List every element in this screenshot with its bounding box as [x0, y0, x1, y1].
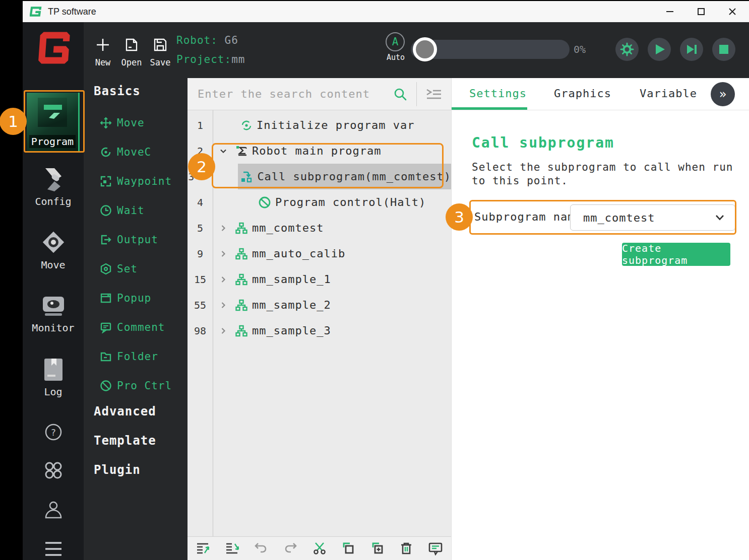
tree-row-program-control[interactable]: 4 Program control(Halt) — [188, 189, 451, 215]
collapse-tree-button[interactable] — [417, 78, 451, 110]
minimize-icon[interactable] — [654, 1, 685, 22]
section-template[interactable]: Template — [94, 434, 156, 448]
close-icon[interactable] — [717, 1, 748, 22]
menu-item-comment[interactable]: Comment — [100, 313, 165, 342]
line-number: 2 — [188, 138, 213, 164]
section-basics[interactable]: Basics — [94, 84, 141, 98]
paste-icon[interactable] — [370, 541, 385, 555]
movec-icon — [100, 146, 112, 158]
tree-row-main-program[interactable]: 2 Robot main program — [188, 138, 451, 164]
line-number: 3 — [188, 164, 195, 189]
line-number: 55 — [188, 292, 213, 318]
section-plugin[interactable]: Plugin — [94, 463, 141, 477]
sidebar-item-program[interactable]: Program — [27, 93, 80, 152]
menu-item-wait[interactable]: Wait — [100, 196, 145, 225]
brand-logo-icon — [23, 29, 84, 66]
menu-item-movec[interactable]: MoveC — [100, 137, 151, 167]
title-bar: TP software — [23, 1, 749, 23]
undo-icon[interactable] — [254, 541, 269, 555]
tree-row-call-subprogram[interactable]: 3 — [188, 164, 451, 189]
menu-item-label: Comment — [117, 321, 165, 333]
tab-variable[interactable]: Variable — [640, 87, 697, 100]
set-icon — [100, 263, 112, 275]
line-number: 98 — [188, 318, 213, 343]
chevron-right-icon[interactable] — [219, 327, 228, 335]
delete-icon[interactable] — [399, 541, 414, 555]
help-icon[interactable]: ? — [23, 422, 84, 442]
double-chevron-icon: » — [719, 87, 726, 101]
tree-row-initialize[interactable]: 1 Initialize program var — [188, 112, 451, 138]
tree-row-subprogram[interactable]: 15 mm_sample_1 — [188, 266, 451, 292]
chevron-down-icon[interactable] — [219, 147, 228, 155]
screenshot-stage: TP software — [0, 0, 749, 560]
comment-bubble-icon[interactable] — [428, 541, 443, 555]
new-button[interactable]: New — [92, 37, 114, 67]
speed-slider-knob[interactable] — [413, 37, 437, 61]
tab-graphics[interactable]: Graphics — [554, 87, 611, 100]
menu-item-folder[interactable]: Folder — [100, 342, 158, 371]
indent-icon — [425, 87, 443, 102]
search-input[interactable] — [188, 78, 416, 110]
step-button[interactable] — [680, 38, 703, 61]
open-button-label: Open — [120, 57, 143, 67]
robot-label: Robot: — [176, 34, 218, 46]
chevron-right-icon[interactable] — [219, 224, 228, 232]
tree-row-subprogram[interactable]: 9 mm_auto_calib — [188, 241, 451, 266]
open-button[interactable]: Open — [120, 37, 143, 67]
run-settings-button[interactable] — [615, 38, 639, 61]
tree-row-subprogram[interactable]: 55 mm_sample_2 — [188, 292, 451, 318]
menu-item-label: Waypoint — [117, 175, 172, 187]
sidebar-item-log[interactable]: Log — [23, 356, 84, 398]
inspector-heading: Call subprogram — [472, 134, 614, 151]
menu-item-popup[interactable]: Popup — [100, 284, 151, 313]
subprogram-select[interactable]: mm_comtest — [570, 204, 735, 231]
create-subprogram-button[interactable]: Create subprogram — [622, 243, 730, 266]
speed-slider-track[interactable] — [411, 40, 570, 59]
menu-item-label: Set — [117, 263, 138, 275]
menu-item-set[interactable]: Set — [100, 254, 138, 284]
play-button[interactable] — [648, 38, 671, 61]
chevron-right-icon[interactable] — [219, 250, 228, 258]
menu-item-move[interactable]: Move — [100, 108, 145, 137]
redo-icon[interactable] — [283, 541, 298, 555]
user-icon[interactable] — [23, 499, 84, 522]
menu-item-pro-ctrl[interactable]: Pro Ctrl — [100, 371, 172, 400]
tree-row-label: Robot main program — [252, 145, 381, 157]
sidebar-item-config[interactable]: Config — [23, 164, 84, 207]
tree-row-subprogram[interactable]: 5 mm_comtest — [188, 215, 451, 241]
new-button-label: New — [92, 57, 114, 67]
menu-item-output[interactable]: Output — [100, 225, 158, 254]
active-tab-underline — [452, 107, 527, 110]
sidebar-item-label: Monitor — [23, 322, 84, 334]
tree-edit-toolbar — [188, 536, 451, 560]
save-button[interactable]: Save — [149, 37, 172, 67]
sidebar-item-move[interactable]: Move — [23, 228, 84, 271]
apps-icon[interactable] — [23, 459, 84, 481]
menu-item-label: Move — [117, 117, 145, 129]
maximize-icon[interactable] — [685, 1, 717, 22]
stop-button[interactable] — [712, 38, 735, 61]
insert-before-icon[interactable] — [196, 541, 211, 555]
sidebar-item-monitor[interactable]: Monitor — [23, 291, 84, 334]
auto-mode-label: Auto — [386, 53, 406, 62]
step-icon — [685, 43, 698, 56]
section-advanced[interactable]: Advanced — [94, 404, 156, 418]
selected-row-highlight[interactable]: Call subprogram(mm_comtest) — [238, 164, 451, 189]
call-subprogram-icon — [240, 170, 253, 183]
menu-item-waypoint[interactable]: Waypoint — [100, 167, 172, 196]
search-icon[interactable] — [393, 87, 407, 101]
menu-item-label: MoveC — [117, 146, 151, 158]
subprogram-select-value: mm_comtest — [583, 212, 655, 224]
chevron-right-icon[interactable] — [219, 301, 228, 309]
tab-settings[interactable]: Settings — [469, 87, 527, 100]
tree-row-subprogram[interactable]: 98 mm_sample_3 — [188, 318, 451, 343]
insert-after-icon[interactable] — [225, 541, 240, 555]
cut-icon[interactable] — [312, 541, 327, 555]
copy-icon[interactable] — [341, 541, 356, 555]
menu-icon[interactable] — [23, 540, 84, 558]
line-number: 9 — [188, 241, 213, 266]
chevron-right-icon[interactable] — [219, 275, 228, 284]
command-menu: Basics Move MoveC Waypoint — [84, 78, 188, 560]
auto-mode-button[interactable]: A Auto — [386, 32, 406, 62]
collapse-panel-button[interactable]: » — [711, 82, 735, 106]
